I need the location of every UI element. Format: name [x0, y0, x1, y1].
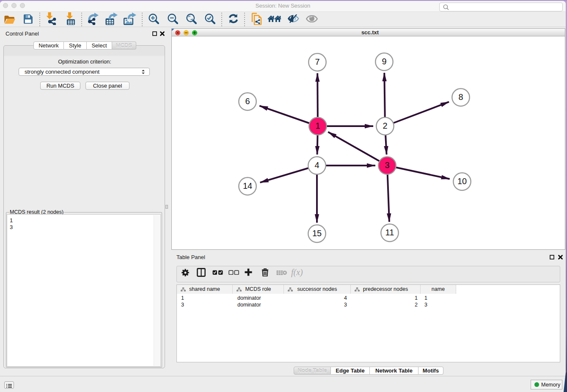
svg-text:10: 10 [457, 177, 467, 186]
svg-text:6: 6 [245, 97, 250, 106]
svg-text:4: 4 [314, 160, 319, 170]
svg-text:11: 11 [385, 228, 394, 237]
svg-text:15: 15 [312, 229, 322, 238]
svg-text:7: 7 [315, 57, 319, 66]
svg-text:8: 8 [458, 92, 463, 102]
svg-text:2: 2 [383, 121, 387, 130]
svg-text:1: 1 [315, 121, 320, 130]
svg-text:9: 9 [382, 57, 386, 66]
svg-text:14: 14 [243, 181, 252, 190]
svg-text:3: 3 [385, 160, 389, 170]
